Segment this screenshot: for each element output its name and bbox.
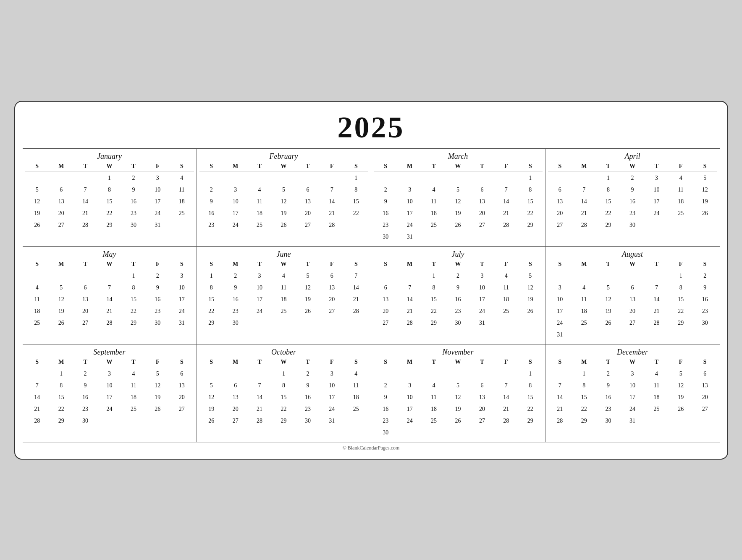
day-header: S — [344, 358, 368, 367]
day-cell: 27 — [296, 219, 320, 231]
day-header: S — [199, 162, 223, 171]
day-cell: 3 — [223, 184, 247, 196]
day-header: T — [247, 162, 271, 171]
day-header: S — [374, 162, 398, 171]
day-cell: 22 — [572, 403, 596, 415]
empty-cell — [645, 219, 669, 231]
day-cell: 18 — [422, 208, 446, 219]
empty-cell — [494, 317, 518, 329]
empty-cell — [422, 368, 446, 380]
day-cell: 16 — [693, 294, 717, 305]
day-header: W — [446, 162, 470, 171]
empty-cell — [494, 231, 518, 243]
day-cell: 23 — [620, 208, 645, 219]
day-cell: 13 — [73, 294, 97, 305]
day-cell: 5 — [693, 172, 717, 184]
day-header: M — [572, 358, 596, 367]
day-header: S — [170, 260, 194, 269]
empty-cell — [344, 317, 368, 329]
day-cell: 19 — [693, 196, 717, 208]
empty-cell — [25, 172, 49, 184]
day-cell: 18 — [344, 392, 368, 403]
day-cell: 8 — [121, 282, 145, 294]
empty-cell — [470, 231, 494, 243]
day-cell: 11 — [247, 196, 271, 208]
day-header: F — [320, 260, 344, 269]
empty-cell — [320, 317, 344, 329]
month-block-june: JuneSMTWTFS12345678910111213141516171819… — [197, 247, 371, 344]
day-cell: 20 — [296, 208, 320, 219]
day-cell: 13 — [470, 392, 494, 403]
day-header: W — [272, 260, 296, 269]
day-cell: 14 — [25, 392, 49, 403]
day-header: F — [669, 260, 693, 269]
day-header: F — [320, 358, 344, 367]
empty-cell — [398, 427, 422, 439]
day-cell: 20 — [223, 403, 247, 415]
day-header: T — [422, 358, 446, 367]
day-cell: 2 — [596, 368, 621, 380]
empty-cell — [272, 172, 296, 184]
day-cell: 4 — [344, 368, 368, 380]
day-cell: 15 — [596, 196, 621, 208]
day-cell: 3 — [620, 368, 645, 380]
day-cell: 31 — [320, 415, 344, 427]
day-cell: 25 — [572, 317, 596, 329]
day-cell: 21 — [25, 403, 49, 415]
day-header: S — [693, 358, 717, 367]
empty-cell — [446, 368, 470, 380]
day-cell: 14 — [494, 392, 518, 403]
day-cell: 19 — [596, 305, 621, 317]
day-cell: 8 — [272, 380, 296, 392]
day-cell: 26 — [518, 305, 542, 317]
day-cell: 24 — [645, 208, 669, 219]
day-cell: 16 — [446, 294, 470, 305]
day-cell: 10 — [548, 294, 572, 305]
empty-cell — [73, 270, 97, 282]
day-cell: 24 — [470, 305, 494, 317]
day-cell: 17 — [620, 392, 645, 403]
day-header: T — [296, 358, 320, 367]
footer: © BlankCalendarPages.com — [23, 442, 720, 451]
day-cell: 2 — [73, 368, 97, 380]
day-cell: 6 — [374, 282, 398, 294]
day-cell: 3 — [398, 380, 422, 392]
day-cell: 1 — [344, 172, 368, 184]
day-cell: 10 — [223, 196, 247, 208]
month-block-august: AugustSMTWTFS123456789101112131415161718… — [545, 247, 720, 344]
day-cell: 16 — [73, 392, 97, 403]
day-cell: 25 — [645, 403, 669, 415]
day-cell: 11 — [25, 294, 49, 305]
month-name: July — [374, 248, 543, 260]
empty-cell — [97, 270, 121, 282]
empty-cell — [645, 415, 669, 427]
day-header: S — [548, 260, 572, 269]
day-cell: 4 — [572, 282, 596, 294]
empty-cell — [494, 172, 518, 184]
day-header: S — [199, 358, 223, 367]
day-cell: 28 — [548, 415, 572, 427]
day-cell: 14 — [645, 294, 669, 305]
empty-cell — [344, 415, 368, 427]
day-header: F — [494, 260, 518, 269]
day-cell: 6 — [223, 380, 247, 392]
empty-cell — [620, 270, 645, 282]
day-header: T — [121, 260, 145, 269]
day-cell: 1 — [49, 368, 73, 380]
day-header: S — [170, 162, 194, 171]
day-cell: 5 — [49, 282, 73, 294]
day-cell: 23 — [296, 403, 320, 415]
day-cell: 16 — [374, 208, 398, 219]
day-cell: 5 — [272, 184, 296, 196]
day-cell: 9 — [199, 196, 223, 208]
day-header: M — [223, 260, 247, 269]
day-cell: 20 — [620, 305, 645, 317]
day-cell: 22 — [199, 305, 223, 317]
day-header: S — [548, 358, 572, 367]
month-block-september: SeptemberSMTWTFS123456789101112131415161… — [23, 344, 197, 442]
day-cell: 11 — [422, 392, 446, 403]
day-header: S — [25, 358, 49, 367]
empty-cell — [146, 415, 170, 427]
empty-cell — [25, 368, 49, 380]
day-cell: 16 — [121, 196, 145, 208]
